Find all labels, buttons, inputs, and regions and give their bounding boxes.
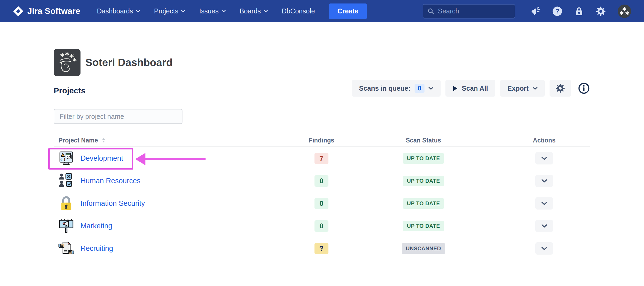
help-icon[interactable]: ? [552, 6, 562, 16]
chevron-down-icon [541, 179, 547, 183]
chevron-down-icon [264, 10, 268, 12]
settings-button[interactable] [550, 80, 571, 97]
table-header-row: Project Name Findings Scan Status Action… [54, 134, 590, 146]
chevron-down-icon [541, 202, 547, 205]
user-avatar[interactable] [618, 5, 631, 18]
table-bottom-divider [54, 260, 590, 260]
primary-nav: Dashboards Projects Issues Boards DbCons… [97, 7, 315, 15]
project-table-body: Development 7 UP TO DATE Human Resources… [54, 147, 590, 260]
annotation-arrow-line [145, 158, 206, 160]
nav-item-boards[interactable]: Boards [240, 7, 268, 15]
info-icon [578, 82, 590, 94]
projects-table: Project Name Findings Scan Status Action… [54, 134, 590, 260]
project-link[interactable]: Development [80, 154, 123, 163]
status-badge: UP TO DATE [403, 176, 444, 186]
findings-badge: 0 [314, 198, 328, 209]
chevron-down-icon [541, 224, 547, 228]
chevron-down-icon [541, 247, 547, 250]
project-filter-input[interactable] [54, 109, 182, 124]
column-header-project-name[interactable]: Project Name [54, 137, 295, 144]
chevron-down-icon [222, 10, 226, 12]
create-button[interactable]: Create [329, 3, 367, 19]
column-header-findings: Findings [295, 137, 348, 144]
scans-in-queue-label: Scans in queue: [359, 85, 411, 92]
top-navbar: Jira Software Dashboards Projects Issues… [0, 0, 644, 22]
brand-text: Jira Software [27, 6, 80, 16]
info-button[interactable] [578, 82, 590, 94]
jira-logo[interactable]: Jira Software [13, 6, 80, 17]
nav-item-issues[interactable]: Issues [199, 7, 225, 15]
chevron-down-icon [136, 10, 140, 12]
marketing-icon [58, 218, 74, 234]
project-link[interactable]: Information Security [80, 199, 145, 208]
chevron-down-icon [181, 10, 185, 12]
project-link[interactable]: Recruiting [80, 244, 113, 253]
table-row: Recruiting ? UNSCANNED [54, 237, 590, 260]
status-badge: UP TO DATE [403, 221, 444, 231]
nav-item-dbconsole[interactable]: DbConsole [282, 7, 315, 15]
lock-icon[interactable] [574, 6, 584, 16]
findings-badge: ? [314, 243, 328, 254]
scan-all-button[interactable]: Scan All [445, 80, 495, 97]
chevron-down-icon [533, 87, 537, 90]
row-actions-button[interactable] [535, 242, 553, 255]
export-button[interactable]: Export [500, 80, 545, 97]
search-icon [427, 8, 434, 15]
findings-badge: 7 [314, 153, 328, 164]
development-icon [58, 151, 74, 166]
project-link[interactable]: Marketing [80, 222, 112, 230]
chevron-down-icon [429, 87, 433, 90]
project-link[interactable]: Human Resources [80, 177, 141, 185]
row-actions-button[interactable] [535, 220, 553, 232]
findings-badge: 0 [314, 220, 328, 232]
play-icon [453, 85, 458, 91]
scans-in-queue-count: 0 [415, 84, 425, 93]
row-actions-button[interactable] [535, 197, 553, 210]
svg-text:?: ? [555, 8, 559, 15]
search-placeholder: Search [438, 7, 459, 15]
nav-item-dashboards[interactable]: Dashboards [97, 7, 140, 15]
human-resources-icon [58, 173, 74, 189]
status-badge: UNSCANNED [402, 243, 445, 254]
scans-in-queue-button[interactable]: Scans in queue: 0 [352, 80, 441, 97]
column-header-scan-status: Scan Status [348, 137, 499, 144]
table-row: Human Resources 0 UP TO DATE [54, 170, 590, 192]
annotation-arrow-head [135, 153, 145, 165]
chevron-down-icon [541, 157, 547, 160]
findings-badge: 0 [314, 175, 328, 187]
gear-icon [555, 83, 565, 93]
navbar-right: Search ? [423, 4, 631, 19]
jira-diamond-icon [13, 6, 24, 17]
row-actions-button[interactable] [535, 152, 553, 164]
projects-heading: Projects [54, 86, 85, 95]
status-badge: UP TO DATE [403, 198, 444, 209]
megaphone-icon[interactable] [531, 6, 540, 16]
recruiting-icon [58, 241, 74, 256]
table-row: Development 7 UP TO DATE [54, 147, 590, 170]
scan-toolbar: Scans in queue: 0 Scan All Export [352, 80, 590, 97]
nav-item-projects[interactable]: Projects [154, 7, 185, 15]
information-security-icon [58, 196, 74, 211]
column-header-actions: Actions [499, 137, 590, 144]
row-actions-button[interactable] [535, 175, 553, 187]
search-input[interactable]: Search [423, 4, 515, 19]
sort-icon[interactable] [101, 138, 106, 143]
soteri-app-icon [54, 49, 80, 76]
table-row: Marketing 0 UP TO DATE [54, 215, 590, 237]
page-title: Soteri Dashboard [85, 57, 173, 68]
gear-icon[interactable] [596, 6, 606, 16]
status-badge: UP TO DATE [403, 153, 444, 164]
table-row: Information Security 0 UP TO DATE [54, 192, 590, 215]
